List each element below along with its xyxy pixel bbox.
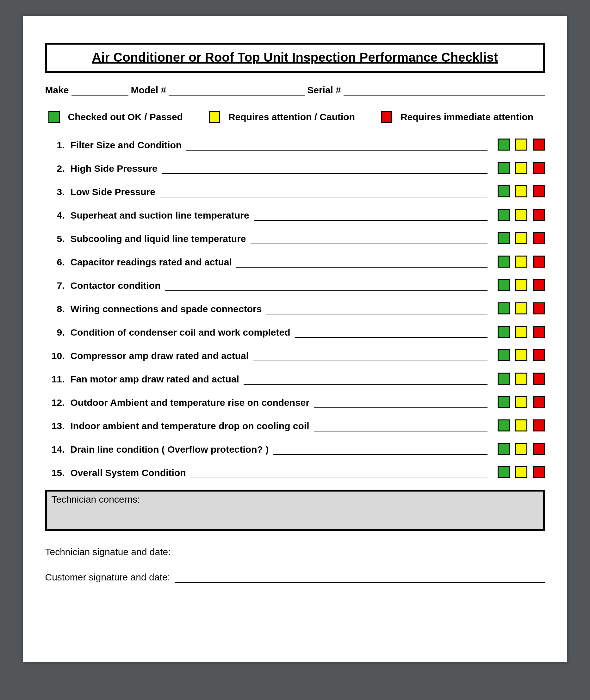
status-red-box[interactable] <box>533 419 545 431</box>
item-entry-line[interactable] <box>295 329 488 338</box>
serial-blank[interactable] <box>343 86 545 96</box>
status-red-box[interactable] <box>533 326 545 338</box>
status-red-box[interactable] <box>533 373 545 385</box>
legend-yellow-swatch <box>209 111 220 123</box>
status-red-box[interactable] <box>533 185 545 197</box>
status-yellow-box[interactable] <box>515 349 527 361</box>
customer-signature-line[interactable] <box>175 574 545 583</box>
technician-concerns-box[interactable]: Technician concerns: <box>45 490 545 531</box>
document-page: Air Conditioner or Roof Top Unit Inspect… <box>23 16 567 662</box>
item-number: 1. <box>48 140 66 151</box>
status-yellow-box[interactable] <box>515 185 527 197</box>
item-entry-line[interactable] <box>162 165 488 174</box>
technician-signature-line[interactable] <box>175 548 545 557</box>
status-green-box[interactable] <box>498 138 510 151</box>
status-green-box[interactable] <box>498 302 510 314</box>
item-label: Fan motor amp draw rated and actual <box>71 374 239 385</box>
status-red-box[interactable] <box>533 466 545 478</box>
make-label: Make <box>45 85 69 96</box>
item-entry-line[interactable] <box>253 353 488 361</box>
checklist-row: 10.Compressor amp draw rated and actual <box>48 349 545 361</box>
item-entry-line[interactable] <box>236 259 488 268</box>
status-yellow-box[interactable] <box>515 466 527 478</box>
status-green-box[interactable] <box>498 349 510 361</box>
item-number: 14. <box>48 444 66 455</box>
status-green-box[interactable] <box>498 326 510 338</box>
item-label: Indoor ambient and temperature drop on c… <box>71 421 309 431</box>
status-green-box[interactable] <box>498 373 510 385</box>
status-boxes <box>498 443 545 455</box>
legend-red-swatch <box>381 111 392 123</box>
status-boxes <box>498 466 545 478</box>
status-green-box[interactable] <box>498 279 510 291</box>
status-yellow-box[interactable] <box>515 256 527 268</box>
status-yellow-box[interactable] <box>515 279 527 291</box>
checklist-row: 6.Capacitor readings rated and actual <box>48 256 545 268</box>
item-number: 8. <box>48 304 66 314</box>
item-entry-line[interactable] <box>266 306 487 314</box>
status-red-box[interactable] <box>533 209 545 221</box>
legend-row: Checked out OK / Passed Requires attenti… <box>45 111 545 123</box>
status-green-box[interactable] <box>498 443 510 455</box>
status-yellow-box[interactable] <box>515 162 527 174</box>
status-green-box[interactable] <box>498 419 510 431</box>
checklist-row: 1.Filter Size and Condition <box>48 138 545 151</box>
status-red-box[interactable] <box>533 138 545 151</box>
status-yellow-box[interactable] <box>515 373 527 385</box>
item-entry-line[interactable] <box>254 212 488 221</box>
status-yellow-box[interactable] <box>515 302 527 314</box>
checklist-row: 3.Low Side Pressure <box>48 185 545 197</box>
status-boxes <box>498 419 545 431</box>
checklist-row: 7.Contactor condition <box>48 279 545 291</box>
status-green-box[interactable] <box>498 396 510 408</box>
status-green-box[interactable] <box>498 256 510 268</box>
status-yellow-box[interactable] <box>515 138 527 151</box>
item-entry-line[interactable] <box>273 446 487 455</box>
status-boxes <box>498 185 545 197</box>
status-green-box[interactable] <box>498 162 510 174</box>
status-yellow-box[interactable] <box>515 419 527 431</box>
status-yellow-box[interactable] <box>515 232 527 244</box>
item-entry-line[interactable] <box>165 282 487 291</box>
status-yellow-box[interactable] <box>515 326 527 338</box>
status-green-box[interactable] <box>498 232 510 244</box>
item-entry-line[interactable] <box>251 235 488 244</box>
item-number: 7. <box>48 280 66 291</box>
status-yellow-box[interactable] <box>515 396 527 408</box>
checklist-row: 5.Subcooling and liquid line temperature <box>48 232 545 244</box>
checklist-row: 9.Condition of condenser coil and work c… <box>48 326 545 338</box>
status-yellow-box[interactable] <box>515 443 527 455</box>
item-number: 10. <box>48 351 66 361</box>
status-green-box[interactable] <box>498 209 510 221</box>
status-red-box[interactable] <box>533 349 545 361</box>
item-number: 3. <box>48 187 66 197</box>
item-label: Condition of condenser coil and work com… <box>71 327 290 338</box>
status-red-box[interactable] <box>533 396 545 408</box>
status-red-box[interactable] <box>533 256 545 268</box>
item-entry-line[interactable] <box>314 399 487 408</box>
status-red-box[interactable] <box>533 232 545 244</box>
status-boxes <box>498 349 545 361</box>
item-entry-line[interactable] <box>243 376 488 385</box>
item-entry-line[interactable] <box>186 142 487 151</box>
status-yellow-box[interactable] <box>515 209 527 221</box>
status-green-box[interactable] <box>498 466 510 478</box>
status-red-box[interactable] <box>533 279 545 291</box>
item-entry-line[interactable] <box>190 470 488 478</box>
status-red-box[interactable] <box>533 302 545 314</box>
status-boxes <box>498 326 545 338</box>
status-red-box[interactable] <box>533 162 545 174</box>
item-label: Wiring connections and spade connectors <box>71 304 262 314</box>
checklist-row: 4.Superheat and suction line temperature <box>48 209 545 221</box>
status-red-box[interactable] <box>533 443 545 455</box>
make-blank[interactable] <box>72 86 128 96</box>
legend-caution-label: Requires attention / Caution <box>228 112 355 122</box>
status-green-box[interactable] <box>498 185 510 197</box>
item-number: 12. <box>48 397 66 408</box>
model-blank[interactable] <box>169 86 305 96</box>
item-label: Filter Size and Condition <box>71 140 182 151</box>
item-entry-line[interactable] <box>314 423 488 431</box>
item-label: Superheat and suction line temperature <box>71 210 249 221</box>
item-entry-line[interactable] <box>160 189 488 197</box>
checklist-row: 2.High Side Pressure <box>48 162 545 174</box>
